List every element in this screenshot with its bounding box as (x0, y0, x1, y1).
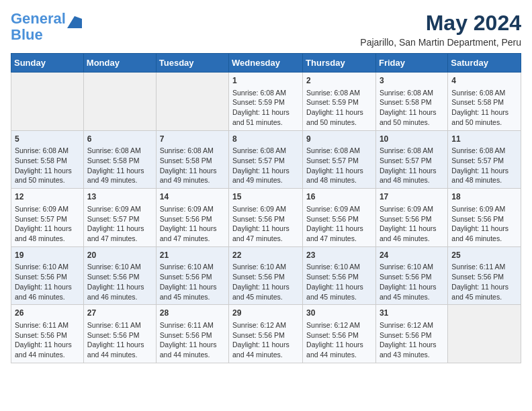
day-info: Daylight: 11 hours (87, 166, 152, 176)
day-number: 29 (232, 308, 299, 319)
logo: General Blue (11, 11, 82, 43)
day-info: Sunrise: 6:08 AM (306, 146, 372, 156)
day-info: and 43 minutes. (380, 350, 444, 360)
day-info: Daylight: 11 hours (15, 340, 80, 350)
day-info: and 51 minutes. (232, 118, 299, 128)
day-info: Sunset: 5:56 PM (380, 330, 444, 340)
calendar-cell: 19Sunrise: 6:10 AMSunset: 5:56 PMDayligh… (11, 246, 84, 305)
day-info: and 48 minutes. (451, 175, 517, 185)
day-info: Daylight: 11 hours (451, 166, 517, 176)
day-number: 17 (380, 191, 444, 203)
day-number: 20 (87, 250, 152, 261)
day-info: Daylight: 11 hours (160, 166, 225, 176)
day-info: Daylight: 11 hours (380, 166, 444, 176)
day-info: Daylight: 11 hours (380, 340, 444, 350)
calendar-cell: 13Sunrise: 6:09 AMSunset: 5:57 PMDayligh… (83, 189, 156, 247)
day-info: Sunset: 5:56 PM (306, 330, 372, 340)
day-info: Daylight: 11 hours (160, 224, 225, 234)
day-number: 16 (306, 191, 372, 203)
calendar-cell: 31Sunrise: 6:12 AMSunset: 5:56 PMDayligh… (375, 305, 447, 363)
day-info: Daylight: 11 hours (232, 224, 299, 234)
day-info: Sunrise: 6:10 AM (87, 262, 152, 272)
day-info: Daylight: 11 hours (451, 224, 517, 234)
day-info: Daylight: 11 hours (232, 340, 299, 350)
calendar-cell: 7Sunrise: 6:08 AMSunset: 5:58 PMDaylight… (156, 130, 228, 189)
day-number: 23 (306, 250, 372, 261)
calendar-cell: 20Sunrise: 6:10 AMSunset: 5:56 PMDayligh… (83, 246, 156, 305)
week-row-3: 12Sunrise: 6:09 AMSunset: 5:57 PMDayligh… (11, 189, 521, 247)
day-number: 4 (451, 75, 517, 87)
day-info: and 44 minutes. (15, 350, 80, 360)
calendar-cell: 29Sunrise: 6:12 AMSunset: 5:56 PMDayligh… (229, 305, 303, 363)
day-info: Sunset: 5:56 PM (160, 330, 225, 340)
day-number: 11 (451, 134, 517, 145)
day-info: Sunset: 5:56 PM (87, 272, 152, 282)
day-info: Sunset: 5:56 PM (232, 214, 299, 224)
calendar-cell (11, 73, 84, 131)
logo-icon (67, 16, 82, 28)
day-info: Daylight: 11 hours (232, 282, 299, 292)
calendar-cell: 26Sunrise: 6:11 AMSunset: 5:56 PMDayligh… (11, 305, 84, 363)
day-info: Daylight: 11 hours (451, 107, 517, 118)
day-info: and 44 minutes. (160, 350, 225, 360)
day-info: Sunset: 5:58 PM (160, 156, 225, 166)
day-info: Daylight: 11 hours (87, 282, 152, 292)
day-info: Sunrise: 6:08 AM (232, 146, 299, 156)
day-info: Sunset: 5:56 PM (232, 330, 299, 340)
calendar-cell (448, 305, 521, 363)
day-info: Sunset: 5:56 PM (380, 272, 444, 282)
day-info: Sunset: 5:56 PM (451, 214, 517, 224)
day-info: Daylight: 11 hours (451, 282, 517, 292)
day-info: and 47 minutes. (232, 234, 299, 244)
month-year: May 2024 (360, 11, 521, 36)
day-info: Sunset: 5:59 PM (306, 97, 372, 107)
title-area: May 2024 Pajarillo, San Martin Departmen… (360, 11, 521, 48)
calendar-cell: 23Sunrise: 6:10 AMSunset: 5:56 PMDayligh… (303, 246, 376, 305)
day-info: and 47 minutes. (306, 234, 372, 244)
day-info: Sunset: 5:57 PM (15, 214, 80, 224)
logo-text: General Blue (11, 11, 66, 43)
day-info: Sunset: 5:57 PM (451, 156, 517, 166)
day-info: Sunrise: 6:10 AM (15, 262, 80, 272)
day-number: 2 (306, 75, 372, 87)
day-info: and 46 minutes. (15, 292, 80, 302)
calendar-cell: 16Sunrise: 6:09 AMSunset: 5:56 PMDayligh… (303, 189, 376, 247)
weekday-header-row: SundayMondayTuesdayWednesdayThursdayFrid… (11, 54, 521, 73)
day-info: and 45 minutes. (232, 292, 299, 302)
day-number: 31 (380, 308, 444, 319)
day-info: Sunset: 5:56 PM (160, 272, 225, 282)
calendar-cell: 30Sunrise: 6:12 AMSunset: 5:56 PMDayligh… (303, 305, 376, 363)
day-info: and 45 minutes. (451, 292, 517, 302)
day-info: Sunrise: 6:08 AM (87, 146, 152, 156)
day-info: Daylight: 11 hours (380, 107, 444, 118)
calendar-cell: 12Sunrise: 6:09 AMSunset: 5:57 PMDayligh… (11, 189, 84, 247)
day-number: 24 (380, 250, 444, 261)
day-number: 15 (232, 191, 299, 203)
day-info: Sunset: 5:57 PM (87, 214, 152, 224)
day-number: 12 (15, 191, 80, 203)
day-number: 1 (232, 75, 299, 87)
calendar-cell: 15Sunrise: 6:09 AMSunset: 5:56 PMDayligh… (229, 189, 303, 247)
day-info: Sunrise: 6:10 AM (306, 262, 372, 272)
day-info: and 44 minutes. (232, 350, 299, 360)
day-info: Sunrise: 6:08 AM (451, 146, 517, 156)
calendar-cell: 4Sunrise: 6:08 AMSunset: 5:58 PMDaylight… (448, 73, 521, 131)
day-info: Sunset: 5:56 PM (15, 272, 80, 282)
day-info: Daylight: 11 hours (15, 224, 80, 234)
day-number: 30 (306, 308, 372, 319)
calendar-cell (83, 73, 156, 131)
day-info: Sunrise: 6:09 AM (160, 204, 225, 214)
calendar-cell: 22Sunrise: 6:10 AMSunset: 5:56 PMDayligh… (229, 246, 303, 305)
day-info: Sunset: 5:59 PM (232, 97, 299, 107)
day-info: Sunrise: 6:08 AM (232, 88, 299, 98)
day-info: Sunset: 5:58 PM (380, 97, 444, 107)
day-info: and 46 minutes. (380, 234, 444, 244)
day-info: Sunrise: 6:10 AM (232, 262, 299, 272)
weekday-header-saturday: Saturday (448, 54, 521, 73)
day-info: Sunset: 5:58 PM (451, 97, 517, 107)
weekday-header-wednesday: Wednesday (229, 54, 303, 73)
day-info: Sunset: 5:56 PM (160, 214, 225, 224)
svg-marker-0 (67, 16, 82, 28)
day-info: Sunset: 5:56 PM (87, 330, 152, 340)
week-row-1: 1Sunrise: 6:08 AMSunset: 5:59 PMDaylight… (11, 73, 521, 131)
